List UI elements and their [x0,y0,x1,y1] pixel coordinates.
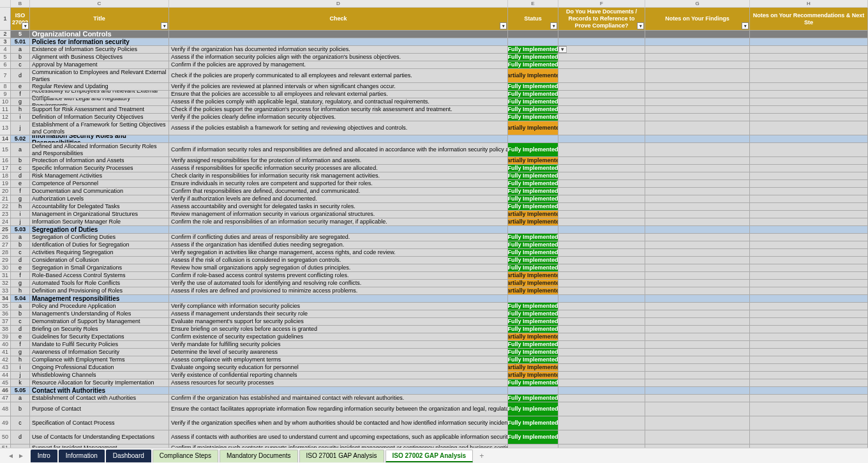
cell-iso[interactable]: e [11,264,30,271]
cell-status[interactable]: Fully Implemented [508,318,558,325]
cell-status[interactable]: Partially Implemented [508,218,558,225]
row-number[interactable]: 44 [0,372,11,379]
table-row[interactable]: 9 f Accessibility to Employees and Relev… [0,91,868,98]
cell-documents[interactable] [558,91,645,98]
cell-iso[interactable]: i [11,211,30,218]
cell-recommendations[interactable] [750,143,868,156]
table-row[interactable]: 4 a Existence of Information Security Po… [0,46,868,54]
row-number[interactable]: 20 [0,188,11,195]
cell-recommendations[interactable] [750,264,868,271]
row-number[interactable]: 48 [0,402,11,416]
cell-findings[interactable] [645,387,750,394]
cell-check[interactable]: Determine the level of security awarenes… [169,349,508,356]
cell-recommendations[interactable] [750,310,868,317]
cell-iso[interactable]: 5.05 [11,387,30,394]
table-row[interactable]: 16 b Protection of Information and Asset… [0,157,868,165]
cell-findings[interactable] [645,310,750,317]
row-number[interactable]: 28 [0,249,11,256]
cell-status[interactable]: Fully Implemented [508,46,558,53]
header-documents[interactable]: Do You Have Documents / Records to Refer… [558,8,645,30]
table-row[interactable]: 44 j Whistleblowing Channels Verify exis… [0,372,868,379]
cell-iso[interactable]: d [11,326,30,333]
cell-findings[interactable] [645,241,750,248]
cell-documents[interactable] [558,257,645,264]
sheet-tab[interactable]: Dashboard [106,450,151,462]
cell-documents[interactable] [558,310,645,317]
cell-check[interactable]: Assess if the policies comply with appli… [169,98,508,105]
cell-findings[interactable] [645,98,750,105]
table-row[interactable]: 46 5.05 Contact with Authorities [0,387,868,395]
cell-recommendations[interactable] [750,326,868,333]
cell-iso[interactable]: b [11,310,30,317]
cell-title[interactable]: Purpose of Contact [30,402,169,416]
table-row[interactable]: 48 b Purpose of Contact Ensure the conta… [0,402,868,416]
row-number[interactable]: 21 [0,195,11,202]
cell-iso[interactable]: j [11,218,30,225]
cell-findings[interactable] [645,326,750,333]
grid-body[interactable]: 1 ISO 27002 Title Check Status Do You Ha… [0,8,868,448]
table-row[interactable]: 50 d Use of Contacts for Understanding E… [0,430,868,444]
cell-findings[interactable] [645,188,750,195]
cell-title[interactable]: Specification of Contact Process [30,416,169,430]
cell-iso[interactable]: 5 [11,31,30,38]
table-row[interactable]: 29 d Consideration of Collusion Assess i… [0,257,868,264]
cell-documents[interactable] [558,121,645,135]
cell-documents[interactable] [558,387,645,394]
cell-findings[interactable] [645,430,750,444]
cell-iso[interactable]: f [11,91,30,98]
cell-documents[interactable] [558,349,645,356]
cell-documents[interactable] [558,226,645,233]
cell-check[interactable]: Assess if contacts with authorities are … [169,430,508,444]
cell-check[interactable] [169,31,508,38]
cell-iso[interactable]: b [11,241,30,248]
cell-findings[interactable] [645,211,750,218]
cell-findings[interactable] [645,333,750,340]
cell-title[interactable]: Compliance with Legal and Regulatory Req… [30,98,169,105]
cell-title[interactable]: Mandate to Fulfil Security Policies [30,341,169,348]
cell-title[interactable]: Establishment of a Framework for Setting… [30,121,169,135]
cell-recommendations[interactable] [750,257,868,264]
cell-iso[interactable]: 5.02 [11,135,30,142]
dropdown-arrow-icon[interactable]: ▾ [558,46,567,53]
cell-iso[interactable]: 5.03 [11,226,30,233]
cell-title[interactable]: Alignment with Business Objectives [30,54,169,61]
cell-check[interactable]: Verify the use of automated tools for id… [169,280,508,287]
cell-recommendations[interactable] [750,416,868,430]
cell-title[interactable]: Role-Based Access Control Systems [30,272,169,279]
row-number[interactable]: 19 [0,180,11,187]
row-number[interactable]: 38 [0,326,11,333]
cell-recommendations[interactable] [750,165,868,172]
cell-title[interactable]: Segregation of Duties [30,226,169,233]
cell-status[interactable] [508,226,558,233]
row-number[interactable]: 43 [0,364,11,371]
table-row[interactable]: 25 5.03 Segregation of Duties [0,226,868,234]
cell-documents[interactable] [558,241,645,248]
cell-recommendations[interactable] [750,333,868,340]
table-row[interactable]: 22 h Accountability for Delegated Tasks … [0,203,868,211]
cell-title[interactable]: Segregation of Conflicting Duties [30,234,169,241]
row-number[interactable]: 35 [0,303,11,310]
table-row[interactable]: 15 a Defined and Allocated Information S… [0,143,868,157]
cell-recommendations[interactable] [750,135,868,142]
cell-iso[interactable]: b [11,402,30,416]
table-row[interactable]: 28 c Activities Requiring Segregation Ve… [0,249,868,257]
cell-title[interactable]: Whistleblowing Channels [30,372,169,379]
cell-findings[interactable] [645,180,750,187]
cell-documents[interactable] [558,83,645,90]
cell-documents[interactable] [558,188,645,195]
cell-status[interactable]: Fully Implemented [508,379,558,386]
cell-iso[interactable]: d [11,257,30,264]
cell-recommendations[interactable] [750,211,868,218]
cell-title[interactable]: Regular Review and Updating [30,83,169,90]
cell-findings[interactable] [645,195,750,202]
cell-findings[interactable] [645,416,750,430]
cell-recommendations[interactable] [750,218,868,225]
cell-recommendations[interactable] [750,38,868,45]
sheet-tab[interactable]: Mandatory Documents [220,450,298,462]
sheet-tab[interactable]: Intro [31,450,57,462]
cell-recommendations[interactable] [750,203,868,210]
cell-recommendations[interactable] [750,226,868,233]
cell-status[interactable]: Partially Implemented [508,287,558,294]
cell-documents[interactable] [558,356,645,363]
cell-documents[interactable] [567,46,645,53]
